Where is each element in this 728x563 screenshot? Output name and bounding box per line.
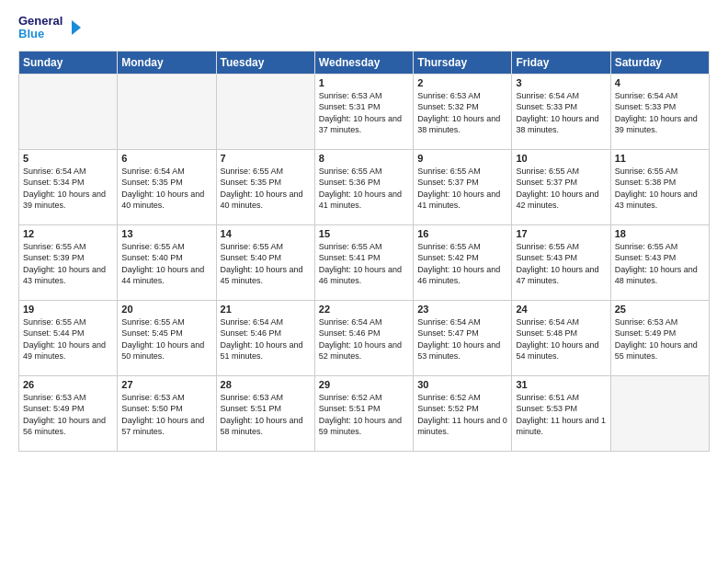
day-number: 8 (319, 153, 409, 164)
day-info: Sunrise: 6:53 AMSunset: 5:50 PMDaylight:… (121, 392, 211, 438)
calendar-cell: 14Sunrise: 6:55 AMSunset: 5:40 PMDayligh… (216, 224, 314, 300)
calendar-week-3: 12Sunrise: 6:55 AMSunset: 5:39 PMDayligh… (19, 224, 710, 300)
day-number: 11 (615, 153, 705, 164)
day-info: Sunrise: 6:54 AMSunset: 5:33 PMDaylight:… (516, 90, 606, 136)
calendar-cell (118, 74, 216, 149)
day-info: Sunrise: 6:53 AMSunset: 5:51 PMDaylight:… (221, 392, 311, 438)
logo-chevron-icon (64, 18, 83, 37)
calendar-table: SundayMondayTuesdayWednesdayThursdayFrid… (18, 51, 710, 452)
day-info: Sunrise: 6:54 AMSunset: 5:47 PMDaylight:… (417, 316, 507, 362)
day-info: Sunrise: 6:53 AMSunset: 5:32 PMDaylight:… (417, 90, 507, 136)
day-number: 12 (23, 228, 113, 239)
day-number: 31 (516, 379, 606, 390)
calendar-cell: 26Sunrise: 6:53 AMSunset: 5:49 PMDayligh… (19, 375, 118, 451)
calendar-cell: 21Sunrise: 6:54 AMSunset: 5:46 PMDayligh… (216, 300, 314, 375)
calendar-cell: 30Sunrise: 6:52 AMSunset: 5:52 PMDayligh… (414, 375, 512, 451)
calendar-cell (216, 74, 314, 149)
day-number: 28 (221, 379, 311, 390)
day-info: Sunrise: 6:55 AMSunset: 5:45 PMDaylight:… (121, 316, 211, 362)
calendar-cell: 2Sunrise: 6:53 AMSunset: 5:32 PMDaylight… (414, 74, 512, 149)
day-number: 20 (121, 304, 211, 315)
calendar-cell: 10Sunrise: 6:55 AMSunset: 5:37 PMDayligh… (512, 149, 610, 224)
day-number: 27 (121, 379, 211, 390)
logo: General Blue (18, 15, 83, 41)
day-info: Sunrise: 6:54 AMSunset: 5:35 PMDaylight:… (121, 166, 211, 212)
weekday-header-tuesday: Tuesday (216, 51, 314, 74)
day-number: 4 (615, 77, 705, 88)
weekday-header-monday: Monday (118, 51, 216, 74)
day-info: Sunrise: 6:55 AMSunset: 5:39 PMDaylight:… (23, 241, 113, 287)
calendar-week-4: 19Sunrise: 6:55 AMSunset: 5:44 PMDayligh… (19, 300, 710, 375)
calendar-cell: 29Sunrise: 6:52 AMSunset: 5:51 PMDayligh… (314, 375, 413, 451)
weekday-header-thursday: Thursday (414, 51, 512, 74)
calendar-cell: 12Sunrise: 6:55 AMSunset: 5:39 PMDayligh… (19, 224, 118, 300)
calendar-cell: 8Sunrise: 6:55 AMSunset: 5:36 PMDaylight… (314, 149, 413, 224)
weekday-header-wednesday: Wednesday (314, 51, 413, 74)
day-info: Sunrise: 6:55 AMSunset: 5:37 PMDaylight:… (417, 166, 507, 212)
calendar-cell: 16Sunrise: 6:55 AMSunset: 5:42 PMDayligh… (414, 224, 512, 300)
calendar-cell: 28Sunrise: 6:53 AMSunset: 5:51 PMDayligh… (216, 375, 314, 451)
calendar-cell: 6Sunrise: 6:54 AMSunset: 5:35 PMDaylight… (118, 149, 216, 224)
calendar-cell: 25Sunrise: 6:53 AMSunset: 5:49 PMDayligh… (610, 300, 709, 375)
day-info: Sunrise: 6:55 AMSunset: 5:38 PMDaylight:… (615, 166, 705, 212)
calendar-cell: 22Sunrise: 6:54 AMSunset: 5:46 PMDayligh… (314, 300, 413, 375)
day-info: Sunrise: 6:54 AMSunset: 5:48 PMDaylight:… (516, 316, 606, 362)
calendar-cell (19, 74, 118, 149)
day-number: 16 (417, 228, 507, 239)
calendar-week-5: 26Sunrise: 6:53 AMSunset: 5:49 PMDayligh… (19, 375, 710, 451)
day-number: 22 (319, 304, 409, 315)
page: General Blue SundayMondayTuesdayWednesda… (0, 0, 728, 563)
day-number: 3 (516, 77, 606, 88)
day-number: 17 (516, 228, 606, 239)
day-number: 24 (516, 304, 606, 315)
day-info: Sunrise: 6:51 AMSunset: 5:53 PMDaylight:… (516, 392, 606, 438)
day-info: Sunrise: 6:54 AMSunset: 5:34 PMDaylight:… (23, 166, 113, 212)
day-info: Sunrise: 6:53 AMSunset: 5:49 PMDaylight:… (615, 316, 705, 362)
calendar-cell: 31Sunrise: 6:51 AMSunset: 5:53 PMDayligh… (512, 375, 610, 451)
day-number: 30 (417, 379, 507, 390)
day-number: 23 (417, 304, 507, 315)
day-info: Sunrise: 6:55 AMSunset: 5:43 PMDaylight:… (615, 241, 705, 287)
day-info: Sunrise: 6:55 AMSunset: 5:36 PMDaylight:… (319, 166, 409, 212)
weekday-header-row: SundayMondayTuesdayWednesdayThursdayFrid… (19, 51, 710, 74)
day-info: Sunrise: 6:53 AMSunset: 5:31 PMDaylight:… (319, 90, 409, 136)
day-number: 7 (221, 153, 311, 164)
calendar-cell: 20Sunrise: 6:55 AMSunset: 5:45 PMDayligh… (118, 300, 216, 375)
calendar-cell: 3Sunrise: 6:54 AMSunset: 5:33 PMDaylight… (512, 74, 610, 149)
day-number: 1 (319, 77, 409, 88)
calendar-cell: 5Sunrise: 6:54 AMSunset: 5:34 PMDaylight… (19, 149, 118, 224)
day-info: Sunrise: 6:52 AMSunset: 5:52 PMDaylight:… (417, 392, 507, 438)
day-info: Sunrise: 6:55 AMSunset: 5:44 PMDaylight:… (23, 316, 113, 362)
svg-marker-0 (72, 20, 81, 35)
calendar-cell: 1Sunrise: 6:53 AMSunset: 5:31 PMDaylight… (314, 74, 413, 149)
calendar-cell: 19Sunrise: 6:55 AMSunset: 5:44 PMDayligh… (19, 300, 118, 375)
weekday-header-sunday: Sunday (19, 51, 118, 74)
day-number: 21 (221, 304, 311, 315)
weekday-header-saturday: Saturday (610, 51, 709, 74)
day-number: 18 (615, 228, 705, 239)
day-number: 15 (319, 228, 409, 239)
day-number: 10 (516, 153, 606, 164)
day-number: 9 (417, 153, 507, 164)
day-info: Sunrise: 6:54 AMSunset: 5:46 PMDaylight:… (319, 316, 409, 362)
logo-blue: Blue (18, 28, 63, 40)
calendar-week-2: 5Sunrise: 6:54 AMSunset: 5:34 PMDaylight… (19, 149, 710, 224)
day-number: 13 (121, 228, 211, 239)
day-number: 6 (121, 153, 211, 164)
calendar-cell: 7Sunrise: 6:55 AMSunset: 5:35 PMDaylight… (216, 149, 314, 224)
day-info: Sunrise: 6:55 AMSunset: 5:41 PMDaylight:… (319, 241, 409, 287)
day-info: Sunrise: 6:55 AMSunset: 5:35 PMDaylight:… (221, 166, 311, 212)
day-number: 14 (221, 228, 311, 239)
header: General Blue (18, 15, 710, 41)
calendar-cell: 18Sunrise: 6:55 AMSunset: 5:43 PMDayligh… (610, 224, 709, 300)
calendar-cell: 27Sunrise: 6:53 AMSunset: 5:50 PMDayligh… (118, 375, 216, 451)
calendar-cell: 13Sunrise: 6:55 AMSunset: 5:40 PMDayligh… (118, 224, 216, 300)
day-number: 29 (319, 379, 409, 390)
calendar-cell: 11Sunrise: 6:55 AMSunset: 5:38 PMDayligh… (610, 149, 709, 224)
calendar-cell: 17Sunrise: 6:55 AMSunset: 5:43 PMDayligh… (512, 224, 610, 300)
day-info: Sunrise: 6:52 AMSunset: 5:51 PMDaylight:… (319, 392, 409, 438)
day-info: Sunrise: 6:55 AMSunset: 5:40 PMDaylight:… (121, 241, 211, 287)
day-info: Sunrise: 6:54 AMSunset: 5:33 PMDaylight:… (615, 90, 705, 136)
calendar-week-1: 1Sunrise: 6:53 AMSunset: 5:31 PMDaylight… (19, 74, 710, 149)
calendar-cell (610, 375, 709, 451)
